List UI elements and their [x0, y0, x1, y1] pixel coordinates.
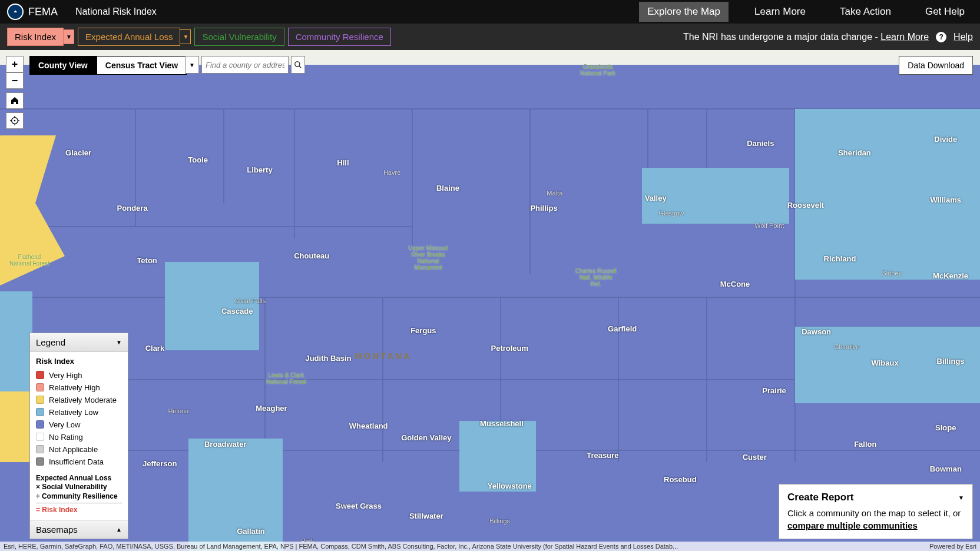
legend-item-label: Very High — [49, 371, 82, 380]
svg-point-28 — [14, 120, 16, 122]
compare-communities-link[interactable]: compare multiple communities — [787, 520, 918, 530]
legend-swatch — [36, 445, 44, 453]
map-attribution: Esri, HERE, Garmin, SafeGraph, FAO, METI… — [0, 542, 980, 551]
legend-item: Relatively High — [36, 381, 122, 394]
legend-item-label: Relatively Low — [49, 408, 98, 417]
svg-point-33 — [295, 62, 300, 67]
legend-item: No Rating — [36, 431, 122, 443]
zoom-controls: + − — [6, 56, 24, 129]
legend-title: Legend — [36, 337, 65, 347]
attribution-esri[interactable]: Powered by Esri — [929, 543, 976, 550]
svg-rect-22 — [795, 327, 980, 403]
fema-seal-icon: ★ — [7, 4, 24, 20]
home-extent-button[interactable] — [6, 92, 24, 109]
data-download-button[interactable]: Data Download — [899, 56, 973, 75]
svg-rect-24 — [459, 421, 536, 492]
legend-swatch — [36, 408, 44, 416]
legend-swatch — [36, 396, 44, 404]
legend-item: Insufficient Data — [36, 456, 122, 468]
map-choropleth — [0, 50, 980, 551]
subheader: Risk Index ▼ Expected Annual Loss ▼ Soci… — [0, 24, 980, 50]
search-group: ▼ — [185, 56, 305, 74]
layer-eal-caret[interactable]: ▼ — [180, 29, 191, 44]
svg-rect-20 — [642, 168, 789, 224]
svg-rect-23 — [188, 439, 283, 551]
report-title: Create Report — [787, 492, 853, 503]
county-view-button[interactable]: County View — [29, 56, 97, 75]
basemaps-label: Basemaps — [36, 525, 78, 535]
legend-item-label: Very Low — [49, 420, 80, 429]
notice-text: The NRI has undergone a major data chang… — [683, 32, 929, 42]
main-header: ★ FEMA National Risk Index Explore the M… — [0, 0, 980, 24]
legend-swatch — [36, 371, 44, 379]
app-title: National Risk Index — [75, 6, 157, 17]
report-body: Click a community on the map to select i… — [787, 507, 964, 532]
nav-help[interactable]: Get Help — [917, 2, 973, 22]
search-button[interactable] — [291, 56, 305, 74]
subheader-right: The NRI has undergone a major data chang… — [683, 32, 973, 42]
help-link[interactable]: Help — [953, 32, 973, 42]
legend-formula: Expected Annual Loss × Social Vulnerabil… — [36, 474, 122, 515]
map-container[interactable]: + − County View Census Tract View ▼ Data… — [0, 50, 980, 551]
layer-community-resilience[interactable]: Community Resilience — [288, 28, 391, 46]
zoom-out-button[interactable]: − — [6, 72, 24, 89]
nav-action[interactable]: Take Action — [832, 2, 899, 22]
legend-swatch — [36, 433, 44, 441]
search-input[interactable] — [201, 56, 289, 74]
legend-section-title: Risk Index — [36, 357, 122, 366]
svg-rect-21 — [795, 109, 980, 280]
search-type-dropdown[interactable]: ▼ — [185, 56, 199, 74]
attribution-sources: Esri, HERE, Garmin, SafeGraph, FAO, METI… — [4, 543, 678, 550]
census-tract-view-button[interactable]: Census Tract View — [97, 56, 187, 75]
svg-rect-19 — [165, 262, 259, 350]
fema-text: FEMA — [28, 6, 58, 18]
notice-link[interactable]: Learn More — [880, 32, 929, 42]
layer-eal[interactable]: Expected Annual Loss — [78, 28, 180, 46]
header-nav: Explore the Map Learn More Take Action G… — [639, 2, 973, 22]
create-report-panel: Create Report ▼ Click a community on the… — [779, 484, 973, 539]
legend-item: Very High — [36, 369, 122, 381]
legend-item-label: No Rating — [49, 433, 83, 442]
legend-panel: Legend ▼ Risk Index Very HighRelatively … — [29, 333, 128, 539]
nav-explore[interactable]: Explore the Map — [639, 2, 729, 22]
fema-logo[interactable]: ★ FEMA — [7, 4, 58, 20]
basemaps-toggle[interactable]: Basemaps ▲ — [30, 520, 128, 539]
chevron-down-icon[interactable]: ▼ — [958, 494, 964, 501]
view-toggle: County View Census Tract View — [29, 56, 187, 75]
layer-risk-caret[interactable]: ▼ — [64, 29, 74, 44]
legend-item-label: Not Applicable — [49, 445, 98, 454]
legend-toggle[interactable]: Legend ▼ — [30, 333, 128, 352]
chevron-up-icon: ▲ — [116, 526, 122, 533]
locate-button[interactable] — [6, 112, 24, 129]
legend-swatch — [36, 383, 44, 391]
legend-swatch — [36, 420, 44, 429]
nav-learn[interactable]: Learn More — [746, 2, 814, 22]
legend-item: Relatively Low — [36, 406, 122, 419]
help-icon[interactable]: ? — [936, 32, 946, 42]
legend-item-label: Insufficient Data — [49, 457, 104, 466]
legend-swatch — [36, 457, 44, 466]
legend-item: Relatively Moderate — [36, 394, 122, 406]
layer-social-vulnerability[interactable]: Social Vulnerability — [194, 28, 284, 46]
legend-item: Very Low — [36, 419, 122, 431]
legend-item-label: Relatively Moderate — [49, 396, 117, 404]
legend-item-label: Relatively High — [49, 383, 100, 392]
svg-line-34 — [299, 66, 302, 68]
legend-item: Not Applicable — [36, 443, 122, 456]
layer-risk-index[interactable]: Risk Index — [7, 28, 64, 46]
chevron-down-icon: ▼ — [116, 339, 122, 346]
zoom-in-button[interactable]: + — [6, 56, 24, 72]
